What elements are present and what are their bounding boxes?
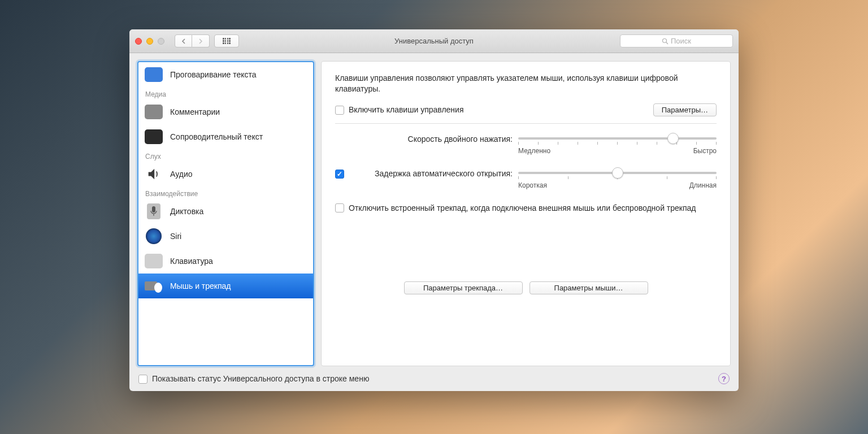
slider-max-label: Длинная xyxy=(689,181,717,189)
double-click-speed-slider[interactable] xyxy=(518,137,717,140)
sidebar-group-interacting: Взаимодействие xyxy=(138,186,313,199)
mouse-options-button[interactable]: Параметры мыши… xyxy=(530,281,648,294)
mouse-keys-description: Клавиши управления позволяют управлять у… xyxy=(335,73,717,94)
sidebar-item-label: Сопроводительный текст xyxy=(170,132,263,141)
spring-delay-label: Задержка автоматического открытия: xyxy=(349,168,518,178)
footer: Показывать статус Универсального доступа… xyxy=(129,366,739,391)
spring-delay-checkbox[interactable] xyxy=(335,170,344,179)
sidebar-item-descriptions[interactable]: Комментарии xyxy=(138,99,313,124)
descriptions-icon xyxy=(144,103,163,120)
sidebar-item-siri[interactable]: Siri xyxy=(138,224,313,249)
help-button[interactable]: ? xyxy=(718,373,730,384)
nav-buttons xyxy=(175,34,210,47)
slider-max-label: Быстро xyxy=(693,147,717,155)
sidebar-item-speech[interactable]: Проговаривание текста xyxy=(138,62,313,87)
minimize-window-button[interactable] xyxy=(146,38,153,45)
sidebar-item-label: Клавиатура xyxy=(170,257,213,266)
main-panel: Клавиши управления позволяют управлять у… xyxy=(321,61,731,366)
sidebar-item-label: Комментарии xyxy=(170,107,220,116)
enable-mouse-keys-label: Включить клавиши управления xyxy=(349,105,464,114)
slider-min-label: Медленно xyxy=(518,147,550,155)
search-placeholder: Поиск xyxy=(671,37,691,45)
spring-delay-slider[interactable] xyxy=(518,172,717,174)
trackpad-options-button[interactable]: Параметры трекпада… xyxy=(404,281,523,294)
double-click-speed-row: Скорость двойного нажатия: Медленно Быст… xyxy=(335,134,717,155)
sidebar-item-captions[interactable]: Сопроводительный текст xyxy=(138,124,313,149)
spring-delay-row: Задержка автоматического открытия: Корот… xyxy=(335,168,717,189)
mouse-keys-options-button[interactable]: Параметры… xyxy=(653,103,717,116)
sidebar-item-label: Аудио xyxy=(170,170,193,179)
close-window-button[interactable] xyxy=(135,38,142,45)
sidebar-item-label: Siri xyxy=(170,232,181,241)
svg-line-1 xyxy=(666,42,668,44)
ignore-trackpad-checkbox[interactable] xyxy=(335,203,344,212)
forward-button[interactable] xyxy=(192,34,210,47)
slider-min-label: Короткая xyxy=(518,181,547,189)
captions-icon xyxy=(144,128,163,145)
audio-icon xyxy=(144,166,163,183)
sidebar-item-label: Проговаривание текста xyxy=(170,70,257,79)
double-click-speed-label: Скорость двойного нажатия: xyxy=(349,134,518,144)
show-status-checkbox[interactable] xyxy=(138,375,147,384)
titlebar: Универсальный доступ Поиск xyxy=(129,29,739,53)
back-button[interactable] xyxy=(175,34,192,47)
sidebar-group-hearing: Слух xyxy=(138,149,313,162)
dictation-icon xyxy=(144,203,163,220)
speech-icon xyxy=(144,66,163,83)
sidebar: Проговаривание текста Медиа Комментарии … xyxy=(137,61,314,366)
show-status-label: Показывать статус Универсального доступа… xyxy=(152,374,369,383)
divider xyxy=(335,123,717,124)
show-all-button[interactable] xyxy=(214,34,239,47)
svg-rect-2 xyxy=(152,206,155,212)
preferences-window: Универсальный доступ Поиск Проговаривани… xyxy=(129,29,739,391)
sidebar-item-dictation[interactable]: Диктовка xyxy=(138,199,313,224)
search-input[interactable]: Поиск xyxy=(620,34,733,47)
keyboard-icon xyxy=(144,253,163,270)
zoom-window-button xyxy=(158,38,164,45)
sidebar-group-media: Медиа xyxy=(138,87,313,99)
sidebar-item-label: Диктовка xyxy=(170,207,203,216)
siri-icon xyxy=(144,228,163,245)
sidebar-item-audio[interactable]: Аудио xyxy=(138,162,313,186)
content-area: Проговаривание текста Медиа Комментарии … xyxy=(129,53,739,366)
svg-point-5 xyxy=(154,283,162,293)
sidebar-item-mouse-trackpad[interactable]: Мышь и трекпад xyxy=(138,274,313,298)
enable-mouse-keys-checkbox[interactable] xyxy=(335,106,344,115)
traffic-lights xyxy=(135,38,164,45)
sidebar-item-keyboard[interactable]: Клавиатура xyxy=(138,249,313,274)
svg-point-0 xyxy=(662,38,666,42)
sidebar-item-label: Мышь и трекпад xyxy=(170,281,231,290)
mouse-trackpad-icon xyxy=(144,277,163,294)
ignore-trackpad-label: Отключить встроенный трекпад, когда подк… xyxy=(349,203,696,214)
